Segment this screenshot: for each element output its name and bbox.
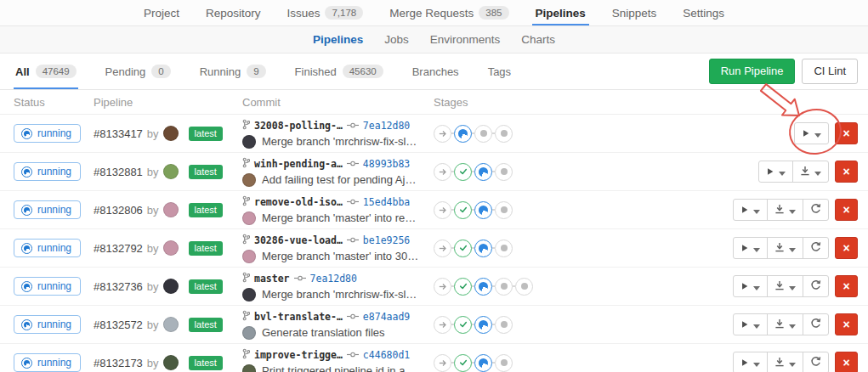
stage-icon-skipped[interactable] <box>434 316 451 334</box>
stage-icon-running[interactable] <box>474 163 492 181</box>
subnav-item-jobs[interactable]: Jobs <box>384 33 409 46</box>
nav-item-pipelines[interactable]: Pipelines <box>534 0 587 25</box>
commit-author-avatar[interactable] <box>242 326 256 340</box>
cancel-pipeline-button[interactable]: × <box>835 275 858 297</box>
branch-name-link[interactable]: remove-old-iso… <box>254 196 343 208</box>
branch-name-link[interactable]: 30286-vue-load… <box>254 234 343 246</box>
download-artifacts-dropdown-button[interactable] <box>767 238 803 258</box>
pipeline-id-link[interactable]: #8132173 <box>94 357 143 369</box>
stage-icon-created[interactable] <box>474 125 492 143</box>
stage-icon-running[interactable] <box>474 240 492 257</box>
status-badge[interactable]: running <box>14 353 81 372</box>
cancel-pipeline-button[interactable]: × <box>835 199 858 221</box>
status-badge[interactable]: running <box>14 124 81 143</box>
pipeline-author-avatar[interactable] <box>163 164 179 179</box>
status-badge[interactable]: running <box>14 162 81 181</box>
pipeline-author-avatar[interactable] <box>163 279 179 294</box>
stage-icon-created[interactable] <box>495 125 513 143</box>
nav-item-settings[interactable]: Settings <box>681 0 726 25</box>
cancel-pipeline-button[interactable]: × <box>835 122 858 144</box>
commit-author-avatar[interactable] <box>242 250 256 263</box>
commit-author-avatar[interactable] <box>242 135 256 149</box>
status-badge[interactable]: running <box>14 200 81 219</box>
play-dropdown-button[interactable] <box>734 200 767 220</box>
commit-sha-link[interactable]: 7ea12d80 <box>310 273 357 285</box>
pipeline-id-link[interactable]: #8132881 <box>94 166 143 178</box>
commit-sha-link[interactable]: 7ea12d80 <box>363 120 410 132</box>
stage-icon-skipped[interactable] <box>434 240 451 257</box>
cancel-pipeline-button[interactable]: × <box>835 237 858 259</box>
commit-author-avatar[interactable] <box>242 364 256 372</box>
nav-item-merge-requests[interactable]: Merge Requests385 <box>388 0 510 25</box>
pipeline-author-avatar[interactable] <box>163 202 179 217</box>
stage-icon-created[interactable] <box>495 163 513 181</box>
retry-pipeline-button[interactable] <box>803 238 828 258</box>
stage-icon-success[interactable] <box>454 354 472 372</box>
play-dropdown-button[interactable] <box>734 352 767 372</box>
branch-name-link[interactable]: bvl-translate-… <box>254 311 343 323</box>
commit-sha-link[interactable]: 48993b83 <box>363 158 410 170</box>
tab-running[interactable]: Running9 <box>198 54 268 89</box>
stage-icon-running[interactable] <box>454 125 472 143</box>
stage-icon-skipped[interactable] <box>434 125 451 143</box>
status-badge[interactable]: running <box>14 315 81 334</box>
play-dropdown-button[interactable] <box>795 123 828 144</box>
ci-lint-button[interactable]: CI Lint <box>802 59 858 84</box>
play-dropdown-button[interactable] <box>734 276 767 296</box>
status-badge[interactable]: running <box>14 239 81 257</box>
stage-icon-success[interactable] <box>454 163 472 181</box>
play-dropdown-button[interactable] <box>734 238 767 258</box>
commit-sha-link[interactable]: e874aad9 <box>363 311 410 323</box>
download-artifacts-dropdown-button[interactable] <box>792 161 828 182</box>
tab-pending[interactable]: Pending0 <box>104 54 173 89</box>
stage-icon-skipped[interactable] <box>434 278 451 296</box>
pipeline-id-link[interactable]: #8132806 <box>94 204 143 217</box>
stage-icon-success[interactable] <box>454 278 472 296</box>
commit-sha-link[interactable]: c44680d1 <box>363 349 410 361</box>
commit-sha-link[interactable]: 15ed4bba <box>363 196 410 208</box>
stage-icon-success[interactable] <box>454 240 472 257</box>
branch-name-link[interactable]: 32008-polling-… <box>254 120 343 132</box>
stage-icon-created[interactable] <box>515 278 533 296</box>
commit-author-avatar[interactable] <box>242 173 256 187</box>
nav-item-snippets[interactable]: Snippets <box>610 0 659 25</box>
cancel-pipeline-button[interactable]: × <box>835 161 858 183</box>
download-artifacts-dropdown-button[interactable] <box>767 352 803 372</box>
stage-icon-created[interactable] <box>495 278 513 296</box>
branch-name-link[interactable]: winh-pending-a… <box>254 158 343 170</box>
pipeline-id-link[interactable]: #8132736 <box>94 280 143 293</box>
subnav-item-environments[interactable]: Environments <box>430 33 501 46</box>
pipeline-id-link[interactable]: #8132792 <box>94 242 143 255</box>
download-artifacts-dropdown-button[interactable] <box>767 314 803 335</box>
retry-pipeline-button[interactable] <box>803 200 828 220</box>
branch-name-link[interactable]: master <box>254 273 290 285</box>
tab-all[interactable]: All47649 <box>14 54 78 89</box>
pipeline-id-link[interactable]: #8132572 <box>94 318 143 331</box>
retry-pipeline-button[interactable] <box>803 276 828 296</box>
stage-icon-running[interactable] <box>474 354 492 372</box>
pipeline-id-link[interactable]: #8133417 <box>94 127 143 140</box>
stage-icon-created[interactable] <box>495 316 513 334</box>
download-artifacts-dropdown-button[interactable] <box>767 200 803 220</box>
subnav-item-pipelines[interactable]: Pipelines <box>313 33 363 46</box>
stage-icon-created[interactable] <box>495 240 513 257</box>
retry-pipeline-button[interactable] <box>803 314 828 335</box>
stage-icon-created[interactable] <box>495 354 513 372</box>
cancel-pipeline-button[interactable]: × <box>835 313 858 335</box>
stage-icon-running[interactable] <box>474 316 492 334</box>
stage-icon-skipped[interactable] <box>434 354 451 372</box>
pipeline-author-avatar[interactable] <box>163 240 179 256</box>
nav-item-project[interactable]: Project <box>142 0 181 25</box>
commit-author-avatar[interactable] <box>242 288 256 302</box>
branch-name-link[interactable]: improve-trigge… <box>254 349 343 361</box>
pipeline-author-avatar[interactable] <box>163 126 179 141</box>
stage-icon-running[interactable] <box>474 201 492 219</box>
stage-icon-skipped[interactable] <box>434 201 451 219</box>
pipeline-author-avatar[interactable] <box>163 355 179 370</box>
stage-icon-running[interactable] <box>474 278 492 296</box>
play-dropdown-button[interactable] <box>734 314 767 335</box>
tab-branches[interactable]: Branches <box>411 54 461 89</box>
subnav-item-charts[interactable]: Charts <box>521 33 555 46</box>
nav-item-issues[interactable]: Issues7,178 <box>285 0 365 25</box>
play-dropdown-button[interactable] <box>759 161 792 182</box>
